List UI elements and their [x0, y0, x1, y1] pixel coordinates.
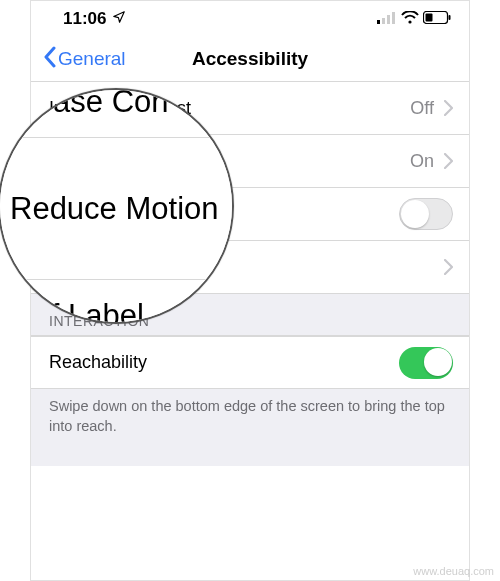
chevron-right-icon — [444, 259, 453, 275]
row-value: Off — [410, 98, 434, 119]
status-time: 11:06 — [63, 9, 106, 29]
magnifier-text: Reduce Motion — [10, 191, 219, 227]
watermark: www.deuaq.com — [413, 565, 494, 577]
magnifier-overlay: crease Con Reduce Motion /Off Label — [0, 88, 234, 324]
signal-icon — [377, 9, 397, 29]
section-footer-interaction: Swipe down on the bottom edge of the scr… — [31, 389, 469, 466]
back-label: General — [58, 48, 126, 70]
row-label: Reachability — [49, 352, 147, 373]
row-value: On — [410, 151, 434, 172]
wifi-icon — [401, 9, 419, 29]
nav-header: General Accessibility — [31, 37, 469, 81]
row-reachability[interactable]: Reachability — [31, 336, 469, 389]
svg-rect-7 — [449, 15, 451, 20]
svg-rect-0 — [377, 20, 380, 24]
location-arrow-icon — [112, 9, 126, 29]
chevron-right-icon — [444, 100, 453, 116]
status-bar: 11:06 — [31, 1, 469, 37]
magnifier-row-mid: Reduce Motion — [0, 138, 232, 280]
toggle-onoff-labels[interactable] — [399, 198, 453, 230]
battery-icon — [423, 9, 451, 29]
chevron-left-icon — [43, 46, 56, 73]
svg-rect-6 — [426, 14, 433, 22]
svg-rect-2 — [387, 15, 390, 24]
toggle-reachability[interactable] — [399, 347, 453, 379]
back-button[interactable]: General — [43, 46, 126, 73]
svg-point-4 — [408, 20, 411, 23]
chevron-right-icon — [444, 153, 453, 169]
svg-rect-3 — [392, 12, 395, 24]
svg-rect-1 — [382, 18, 385, 24]
